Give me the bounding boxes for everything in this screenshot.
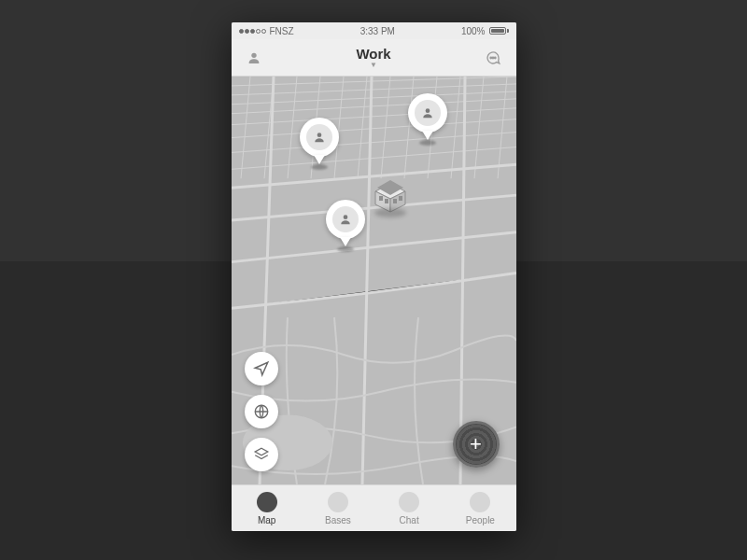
globe-button[interactable] (245, 395, 278, 428)
svg-point-3 (495, 57, 497, 59)
map-pin-person[interactable] (300, 118, 339, 166)
tab-bar: Map Bases Chat People (232, 484, 516, 531)
locate-button[interactable] (245, 352, 278, 385)
tab-people[interactable]: People (444, 492, 515, 525)
svg-point-0 (251, 52, 256, 57)
chevron-down-icon: ▼ (370, 62, 377, 69)
map-canvas[interactable]: + (232, 77, 516, 484)
person-icon (415, 100, 441, 126)
page-title: Work (356, 47, 390, 61)
layers-button[interactable] (245, 438, 278, 471)
svg-rect-29 (379, 196, 383, 201)
tab-map[interactable]: Map (232, 492, 303, 525)
svg-point-35 (426, 108, 430, 113)
tab-label: Map (258, 515, 275, 525)
carrier-label: FNSZ (270, 26, 294, 36)
svg-rect-31 (393, 199, 397, 203)
map-pin-person[interactable] (326, 200, 365, 248)
svg-point-36 (343, 215, 347, 219)
title-dropdown[interactable]: Work ▼ (356, 47, 390, 69)
profile-icon[interactable] (243, 47, 265, 69)
tab-label: People (466, 515, 495, 525)
svg-point-1 (490, 57, 492, 59)
svg-rect-30 (385, 199, 388, 203)
svg-point-2 (493, 57, 495, 59)
building-marker[interactable] (370, 175, 411, 216)
tab-label: Bases (325, 515, 351, 525)
map-pin-person[interactable] (408, 93, 447, 142)
tab-icon (328, 492, 348, 512)
status-bar: FNSZ 3:33 PM 100% (232, 22, 516, 39)
person-icon (306, 124, 332, 150)
tab-icon (399, 492, 419, 512)
tab-label: Chat (400, 515, 419, 525)
tab-bases[interactable]: Bases (303, 492, 374, 525)
battery-percent-label: 100% (461, 26, 486, 36)
chat-icon[interactable] (482, 47, 504, 69)
tab-icon (470, 492, 490, 512)
phone-frame: FNSZ 3:33 PM 100% Work ▼ (232, 22, 516, 531)
person-icon (332, 206, 359, 232)
tab-chat[interactable]: Chat (374, 492, 444, 525)
battery-icon (489, 27, 509, 35)
clock-label: 3:33 PM (360, 26, 395, 36)
nav-header: Work ▼ (232, 39, 516, 77)
map-tools (245, 352, 278, 471)
add-button[interactable]: + (453, 421, 500, 468)
tab-icon (257, 492, 277, 512)
svg-rect-32 (399, 196, 402, 201)
plus-icon: + (470, 432, 482, 456)
svg-point-34 (317, 133, 322, 137)
signal-dots-icon (239, 29, 266, 34)
